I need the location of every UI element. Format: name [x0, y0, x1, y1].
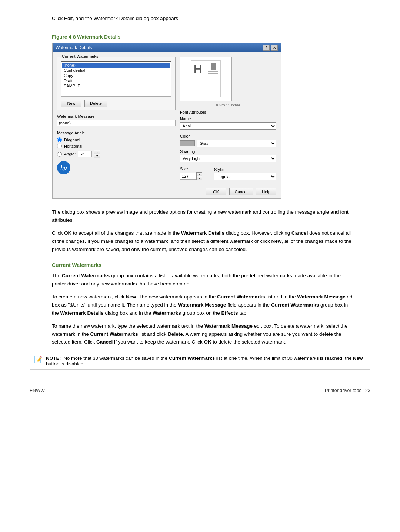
horizontal-label: Horizontal — [64, 144, 83, 148]
close-titlebar-button[interactable]: ✕ — [271, 45, 278, 51]
note-label: NOTE: — [46, 355, 61, 361]
shading-select[interactable]: Very Light Light Medium Dark — [180, 155, 276, 162]
delete-button[interactable]: Delete — [84, 100, 107, 107]
size-up-arrow[interactable]: ▲ — [197, 173, 202, 176]
help-button[interactable]: Help — [256, 188, 276, 195]
message-angle-label: Message Angle — [57, 131, 176, 135]
ok-bold: OK — [64, 230, 71, 236]
shading-label: Shading — [180, 149, 276, 154]
watermark-details-bold: Watermark Details — [181, 230, 224, 236]
dialog-body: Current Watermarks (none) Confidential C… — [53, 52, 281, 185]
name-label: Name — [180, 117, 276, 121]
titlebar-buttons: ? ✕ — [263, 45, 278, 51]
figure-caption: Figure 4-8 Watermark Details — [52, 34, 356, 40]
size-style-row: Size ▲ ▼ Style: Regular — [180, 164, 276, 180]
horizontal-radio-row: Horizontal — [57, 144, 176, 148]
diagonal-radio-row: Diagonal — [57, 137, 176, 142]
watermark-details-dialog: Watermark Details ? ✕ Current Watermarks… — [52, 43, 281, 199]
body-para1: The dialog box shows a preview image and… — [52, 208, 356, 224]
section-para1: The Current Watermarks group box contain… — [52, 272, 356, 288]
section-heading: Current Watermarks — [52, 262, 356, 268]
size-column: Size ▲ ▼ — [180, 164, 211, 180]
preview-lines — [208, 66, 218, 74]
current-watermarks-label: Current Watermarks — [60, 54, 100, 58]
dialog-footer: OK Cancel Help — [53, 185, 281, 198]
diagonal-label: Diagonal — [64, 138, 80, 142]
dialog-left-column: Current Watermarks (none) Confidential C… — [57, 57, 176, 180]
footer-left: ENWW — [30, 388, 45, 393]
body-para2: Click OK to accept all of the changes th… — [52, 229, 356, 253]
message-angle-group: Diagonal Horizontal Angle: ▲ ▼ — [57, 137, 176, 158]
horizontal-radio[interactable] — [57, 144, 62, 148]
preview-h-letter: H — [194, 62, 202, 76]
angle-input[interactable] — [78, 151, 92, 157]
intro-text: Click Edit, and the Watermark Details di… — [52, 15, 356, 22]
size-down-arrow[interactable]: ▼ — [197, 176, 202, 180]
size-input[interactable] — [180, 173, 196, 180]
page-footer: ENWW Printer driver tabs 123 — [30, 385, 370, 393]
size-input-row: ▲ ▼ — [180, 172, 211, 180]
color-swatch — [180, 140, 195, 146]
watermark-message-label: Watermark Message — [57, 114, 176, 118]
preview-line-5 — [208, 73, 218, 74]
dialog-titlebar: Watermark Details ? ✕ — [53, 43, 281, 52]
diagonal-radio[interactable] — [57, 137, 62, 142]
font-attributes-label: Font Attributes — [180, 110, 276, 114]
help-titlebar-button[interactable]: ? — [263, 45, 270, 51]
angle-down-arrow[interactable]: ▼ — [94, 154, 100, 158]
color-row: Gray Black White — [180, 140, 276, 147]
font-name-select[interactable]: Arial Times New Roman Courier New — [180, 122, 276, 130]
preview-paper: H — [191, 60, 221, 97]
hp-logo: hp — [57, 161, 70, 174]
angle-radio-row: Angle: ▲ ▼ — [57, 150, 176, 158]
style-label: Style: — [214, 167, 276, 172]
watermark-preview: H — [180, 57, 232, 101]
watermark-message-input[interactable] — [57, 120, 176, 126]
dialog-right-column: H 8.5 by 11 inches Font Attributes — [180, 57, 276, 180]
note-box: 📝 NOTE: No more that 30 watermarks can b… — [30, 352, 370, 370]
preview-size-label: 8.5 by 11 inches — [180, 103, 276, 107]
ok-button[interactable]: OK — [206, 188, 226, 195]
style-select[interactable]: Regular Bold Italic Bold Italic — [214, 173, 276, 180]
section-para3: To name the new watermark, type the sele… — [52, 322, 356, 346]
watermarks-buttons: New Delete — [61, 100, 171, 107]
watermark-item-sample[interactable]: SAMPLE — [62, 83, 170, 88]
new-bold: New — [271, 238, 282, 244]
note-content: NOTE: No more that 30 watermarks can be … — [46, 355, 366, 367]
watermarks-list[interactable]: (none) Confidential Copy Draft SAMPLE — [61, 61, 171, 97]
watermark-item-draft[interactable]: Draft — [62, 78, 170, 83]
preview-line-4 — [208, 71, 218, 72]
angle-spinner-arrows: ▲ ▼ — [94, 150, 100, 158]
new-button[interactable]: New — [61, 100, 81, 107]
preview-rect — [211, 63, 216, 70]
watermark-item-copy[interactable]: Copy — [62, 73, 170, 78]
color-select[interactable]: Gray Black White — [197, 140, 276, 147]
angle-radio[interactable] — [57, 152, 62, 157]
cancel-button[interactable]: Cancel — [229, 188, 253, 195]
color-label: Color — [180, 134, 276, 138]
angle-label: Angle: — [64, 152, 76, 156]
watermark-item-none[interactable]: (none) — [62, 63, 170, 68]
current-watermarks-group: Current Watermarks (none) Confidential C… — [57, 57, 176, 110]
dialog-title: Watermark Details — [56, 45, 92, 50]
size-spinner-arrows: ▲ ▼ — [196, 172, 202, 180]
style-column: Style: Regular Bold Italic Bold Italic — [214, 165, 276, 180]
watermark-item-confidential[interactable]: Confidential — [62, 68, 170, 73]
footer-right: Printer driver tabs 123 — [325, 388, 370, 393]
note-icon: 📝 — [34, 355, 42, 364]
size-label: Size — [180, 167, 211, 171]
angle-up-arrow[interactable]: ▲ — [94, 150, 100, 154]
cancel-bold: Cancel — [291, 230, 308, 236]
section-para2: To create a new watermark, click New. Th… — [52, 293, 356, 317]
